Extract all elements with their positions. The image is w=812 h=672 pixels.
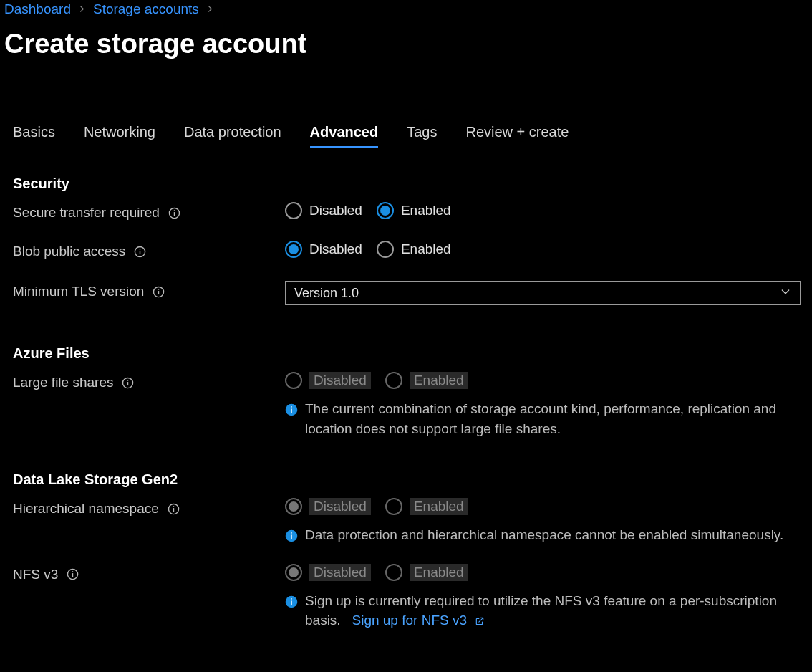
info-note-text: The current combination of storage accou… <box>305 399 801 438</box>
label-nfs-v3: NFS v3 <box>13 567 58 582</box>
info-note-text: Data protection and hierarchical namespa… <box>305 525 783 545</box>
radio-indicator <box>285 241 302 258</box>
radio-indicator <box>285 498 302 515</box>
svg-rect-13 <box>291 409 292 413</box>
radio-label: Disabled <box>309 564 371 581</box>
row-large-file-shares: Large file shares Disabled Enabled The c… <box>13 372 808 438</box>
radio-secure-transfer-enabled[interactable]: Enabled <box>377 202 451 219</box>
svg-rect-11 <box>127 380 128 380</box>
svg-rect-10 <box>127 382 128 385</box>
breadcrumb-link-storage-accounts[interactable]: Storage accounts <box>93 1 199 17</box>
radio-nfs-disabled: Disabled <box>285 564 371 581</box>
radio-indicator <box>285 564 302 581</box>
radio-group-blob-public-access: Disabled Enabled <box>285 241 801 258</box>
radio-indicator <box>285 372 302 389</box>
row-secure-transfer: Secure transfer required Disabled Enable… <box>13 202 808 221</box>
label-hierarchical-namespace: Hierarchical namespace <box>13 501 159 517</box>
row-minimum-tls: Minimum TLS version Version 1.0 <box>13 281 808 305</box>
link-signup-nfs[interactable]: Sign up for NFS v3 <box>352 613 485 628</box>
info-icon[interactable] <box>67 568 79 580</box>
row-hierarchical-namespace: Hierarchical namespace Disabled Enabled … <box>13 498 808 545</box>
radio-group-nfs-v3: Disabled Enabled <box>285 564 801 581</box>
info-solid-icon <box>285 402 298 415</box>
info-solid-icon <box>285 594 298 607</box>
chevron-down-icon <box>780 286 791 301</box>
radio-label: Enabled <box>401 203 451 219</box>
radio-blob-public-disabled[interactable]: Disabled <box>285 241 362 258</box>
radio-nfs-enabled: Enabled <box>385 564 468 581</box>
label-blob-public-access: Blob public access <box>13 244 125 259</box>
radio-secure-transfer-disabled[interactable]: Disabled <box>285 202 362 219</box>
radio-indicator <box>385 498 402 515</box>
svg-rect-20 <box>291 532 292 534</box>
radio-large-file-shares-enabled: Enabled <box>385 372 468 389</box>
svg-rect-23 <box>72 571 73 572</box>
select-value: Version 1.0 <box>294 286 359 301</box>
radio-label: Enabled <box>410 498 468 515</box>
info-note-hns: Data protection and hierarchical namespa… <box>285 525 801 545</box>
svg-rect-19 <box>291 535 292 539</box>
svg-rect-7 <box>158 291 159 294</box>
radio-label: Enabled <box>410 372 468 389</box>
tab-basics[interactable]: Basics <box>13 124 55 148</box>
chevron-right-icon <box>206 3 214 16</box>
info-solid-icon <box>285 528 298 541</box>
tab-advanced[interactable]: Advanced <box>310 124 379 148</box>
radio-label: Disabled <box>309 241 362 257</box>
radio-group-hierarchical-namespace: Disabled Enabled <box>285 498 801 515</box>
tab-bar: Basics Networking Data protection Advanc… <box>4 124 808 148</box>
radio-blob-public-enabled[interactable]: Enabled <box>377 241 451 258</box>
radio-group-secure-transfer: Disabled Enabled <box>285 202 801 219</box>
tab-data-protection[interactable]: Data protection <box>184 124 281 148</box>
radio-label: Enabled <box>410 564 468 581</box>
label-large-file-shares: Large file shares <box>13 375 113 390</box>
svg-rect-22 <box>72 573 73 577</box>
tab-networking[interactable]: Networking <box>84 124 155 148</box>
svg-rect-4 <box>140 251 140 254</box>
radio-label: Enabled <box>401 241 451 257</box>
tab-tags[interactable]: Tags <box>407 124 437 148</box>
radio-indicator <box>285 202 302 219</box>
info-note-nfs: Sign up is currently required to utilize… <box>285 591 801 630</box>
radio-label: Disabled <box>309 203 362 219</box>
info-icon[interactable] <box>168 207 180 219</box>
tab-review-create[interactable]: Review + create <box>465 124 569 148</box>
section-heading-security: Security <box>13 176 808 192</box>
svg-rect-16 <box>173 508 174 512</box>
svg-rect-5 <box>140 249 140 249</box>
breadcrumb-link-dashboard[interactable]: Dashboard <box>4 1 71 17</box>
radio-indicator <box>377 202 394 219</box>
radio-group-large-file-shares: Disabled Enabled <box>285 372 801 389</box>
label-secure-transfer: Secure transfer required <box>13 205 160 221</box>
row-nfs-v3: NFS v3 Disabled Enabled Sign up is curre… <box>13 564 808 630</box>
select-minimum-tls[interactable]: Version 1.0 <box>285 281 801 305</box>
page-title: Create storage account <box>4 21 808 67</box>
radio-indicator <box>385 564 402 581</box>
breadcrumb: Dashboard Storage accounts <box>4 0 808 21</box>
radio-label: Disabled <box>309 498 371 515</box>
radio-indicator <box>385 372 402 389</box>
radio-indicator <box>377 241 394 258</box>
radio-large-file-shares-disabled: Disabled <box>285 372 371 389</box>
svg-rect-26 <box>291 598 292 600</box>
info-icon[interactable] <box>122 377 134 389</box>
svg-rect-25 <box>291 600 292 605</box>
external-link-icon <box>475 616 485 626</box>
radio-hns-disabled: Disabled <box>285 498 371 515</box>
svg-rect-14 <box>291 406 292 408</box>
info-note-large-file-shares: The current combination of storage accou… <box>285 399 801 438</box>
chevron-right-icon <box>78 3 86 16</box>
svg-rect-1 <box>174 212 175 216</box>
radio-hns-enabled: Enabled <box>385 498 468 515</box>
info-icon[interactable] <box>134 246 146 258</box>
svg-rect-17 <box>173 506 174 507</box>
row-blob-public-access: Blob public access Disabled Enabled <box>13 241 808 259</box>
svg-rect-8 <box>158 289 159 289</box>
radio-label: Disabled <box>309 372 371 389</box>
svg-rect-2 <box>174 210 175 211</box>
section-heading-azure-files: Azure Files <box>13 345 808 362</box>
info-icon[interactable] <box>168 503 180 515</box>
label-minimum-tls: Minimum TLS version <box>13 284 144 299</box>
info-icon[interactable] <box>153 286 165 298</box>
section-heading-data-lake: Data Lake Storage Gen2 <box>13 471 808 488</box>
